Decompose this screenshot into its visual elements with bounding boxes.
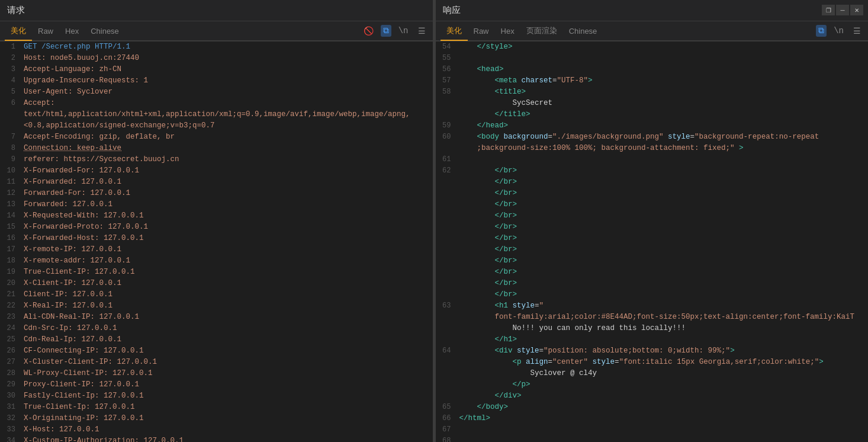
table-row: 60 <body background="./images/background… <box>436 132 869 143</box>
tab-response-chinese[interactable]: Chinese <box>563 23 603 40</box>
table-row: Syclover @ cl4y <box>436 368 869 379</box>
table-row: </br> <box>436 177 869 188</box>
table-row: 25 Cdn-Real-Ip: 127.0.0.1 <box>0 334 433 345</box>
table-row: 8 Connection: keep-alive <box>0 143 433 154</box>
table-row: <0.8,application/signed-exchange;v=b3;q=… <box>0 120 433 132</box>
minimize-button[interactable]: ─ <box>836 5 849 15</box>
table-row: </br> <box>436 222 869 233</box>
table-row: 57 <meta charset="UTF-8"> <box>436 75 869 87</box>
request-tabs: 美化 Raw Hex Chinese 🚫 ⧉ \n ☰ <box>0 21 433 41</box>
table-row: 18 X-remote-addr: 127.0.0.1 <box>0 255 433 267</box>
tab-response-raw[interactable]: Raw <box>468 23 495 40</box>
request-panel: 请求 美化 Raw Hex Chinese 🚫 ⧉ \n ☰ 1 <box>0 0 433 442</box>
table-row: </title> <box>436 109 869 120</box>
menu-icon[interactable]: ☰ <box>416 25 428 37</box>
response-header: 响应 <box>436 0 869 21</box>
table-row: 2 Host: node5.buuoj.cn:27440 <box>0 53 433 64</box>
eye-slash-icon[interactable]: 🚫 <box>361 25 376 37</box>
table-row: SycSecret <box>436 98 869 109</box>
newline-icon[interactable]: \n <box>396 25 411 37</box>
table-row: </br> <box>436 255 869 267</box>
tab-response-hex[interactable]: Hex <box>495 23 520 40</box>
table-row: 54 </style> <box>436 41 869 53</box>
table-row: </p> <box>436 379 869 390</box>
table-row: 66 </html> <box>436 413 869 424</box>
table-row: 31 True-Client-Ip: 127.0.0.1 <box>0 402 433 413</box>
table-row: 26 CF-Connecting-IP: 127.0.0.1 <box>0 345 433 357</box>
tab-request-beautify[interactable]: 美化 <box>5 22 32 41</box>
table-row: </div> <box>436 390 869 402</box>
table-row: </br> <box>436 199 869 210</box>
table-row: 58 <title> <box>436 87 869 98</box>
table-row: 28 WL-Proxy-Client-IP: 127.0.0.1 <box>0 368 433 379</box>
table-row: 21 Client-IP: 127.0.0.1 <box>0 289 433 300</box>
table-row: </br> <box>436 210 869 222</box>
copy-icon[interactable]: ⧉ <box>381 25 391 37</box>
table-row: </br> <box>436 267 869 278</box>
table-row: 56 <head> <box>436 64 869 75</box>
table-row: 27 X-Cluster-Client-IP: 127.0.0.1 <box>0 357 433 368</box>
table-row: 16 X-Forwarded-Host: 127.0.0.1 <box>0 233 433 244</box>
tab-response-pagerender[interactable]: 页面渲染 <box>520 22 563 41</box>
table-row: 9 referer: https://Sycsecret.buuoj.cn <box>0 154 433 165</box>
response-copy-icon[interactable]: ⧉ <box>816 25 827 37</box>
table-row: </br> <box>436 289 869 300</box>
window-controls: ❐ ─ ✕ <box>822 5 863 15</box>
table-row: <p align="center" style="font:italic 15p… <box>436 357 869 368</box>
table-row: 3 Accept-Language: zh-CN <box>0 64 433 75</box>
response-newline-icon[interactable]: \n <box>831 25 846 37</box>
table-row: 22 X-Real-IP: 127.0.0.1 <box>0 300 433 312</box>
response-title: 响应 <box>443 5 461 16</box>
table-row: ;background-size:100% 100%; background-a… <box>436 143 869 154</box>
table-row: 13 Forwarded: 127.0.0.1 <box>0 199 433 210</box>
close-button[interactable]: ✕ <box>850 5 863 15</box>
table-row: 68 <box>436 435 869 442</box>
table-row: 4 Upgrade-Insecure-Requests: 1 <box>0 75 433 87</box>
table-row: </br> <box>436 278 869 289</box>
table-row: 6 Accept: <box>0 98 433 109</box>
table-row: </br> <box>436 188 869 199</box>
table-row: 12 Forwarded-For: 127.0.0.1 <box>0 188 433 199</box>
table-row: 65 </body> <box>436 402 869 413</box>
table-row: </h1> <box>436 334 869 345</box>
table-row: 34 X-Custom-IP-Authorization: 127.0.0.1 <box>0 435 433 442</box>
table-row: 61 <box>436 154 869 165</box>
table-row: No!!! you can only read this locally!!! <box>436 323 869 334</box>
request-title: 请求 <box>7 5 25 16</box>
tab-request-raw[interactable]: Raw <box>32 23 59 40</box>
table-row: 30 Fastly-Client-Ip: 127.0.0.1 <box>0 390 433 402</box>
request-toolbar: 🚫 ⧉ \n ☰ <box>361 25 428 37</box>
request-code-area[interactable]: 1 GET /Secret.php HTTP/1.1 2 Host: node5… <box>0 41 433 442</box>
table-row: 20 X-Client-IP: 127.0.0.1 <box>0 278 433 289</box>
tab-request-hex[interactable]: Hex <box>59 23 85 40</box>
restore-button[interactable]: ❐ <box>822 5 835 15</box>
table-row: 23 Ali-CDN-Real-IP: 127.0.0.1 <box>0 312 433 323</box>
response-menu-icon[interactable]: ☰ <box>851 25 863 37</box>
table-row: text/html,application/xhtml+xml,applicat… <box>0 109 433 120</box>
table-row: 55 <box>436 53 869 64</box>
table-row: 10 X-Forwarded-For: 127.0.0.1 <box>0 165 433 177</box>
table-row: 11 X-Forwarded: 127.0.0.1 <box>0 177 433 188</box>
table-row: 59 </head> <box>436 120 869 132</box>
response-code-area[interactable]: 54 </style> 55 56 <head> 57 <meta charse… <box>436 41 869 442</box>
response-toolbar: ⧉ \n ☰ <box>816 25 863 37</box>
table-row: 1 GET /Secret.php HTTP/1.1 <box>0 41 433 53</box>
table-row: 32 X-Originating-IP: 127.0.0.1 <box>0 413 433 424</box>
response-tabs: 美化 Raw Hex 页面渲染 Chinese ⧉ \n ☰ <box>436 21 869 41</box>
table-row: 63 <h1 style=" <box>436 300 869 312</box>
response-panel: 响应 美化 Raw Hex 页面渲染 Chinese ⧉ \n ☰ 54 <box>436 0 869 442</box>
table-row: </br> <box>436 244 869 255</box>
request-header: 请求 <box>0 0 433 21</box>
table-row: 17 X-remote-IP: 127.0.0.1 <box>0 244 433 255</box>
table-row: 15 X-Forwarded-Proto: 127.0.0.1 <box>0 222 433 233</box>
table-row: 5 User-Agent: Syclover <box>0 87 433 98</box>
table-row: 33 X-Host: 127.0.0.1 <box>0 424 433 435</box>
tab-request-chinese[interactable]: Chinese <box>85 23 125 40</box>
table-row: 67 <box>436 424 869 435</box>
table-row: 19 True-Client-IP: 127.0.0.1 <box>0 267 433 278</box>
table-row: 24 Cdn-Src-Ip: 127.0.0.1 <box>0 323 433 334</box>
tab-response-beautify[interactable]: 美化 <box>441 22 468 41</box>
table-row: 29 Proxy-Client-IP: 127.0.0.1 <box>0 379 433 390</box>
table-row: </br> <box>436 233 869 244</box>
table-row: 14 X-Requested-With: 127.0.0.1 <box>0 210 433 222</box>
